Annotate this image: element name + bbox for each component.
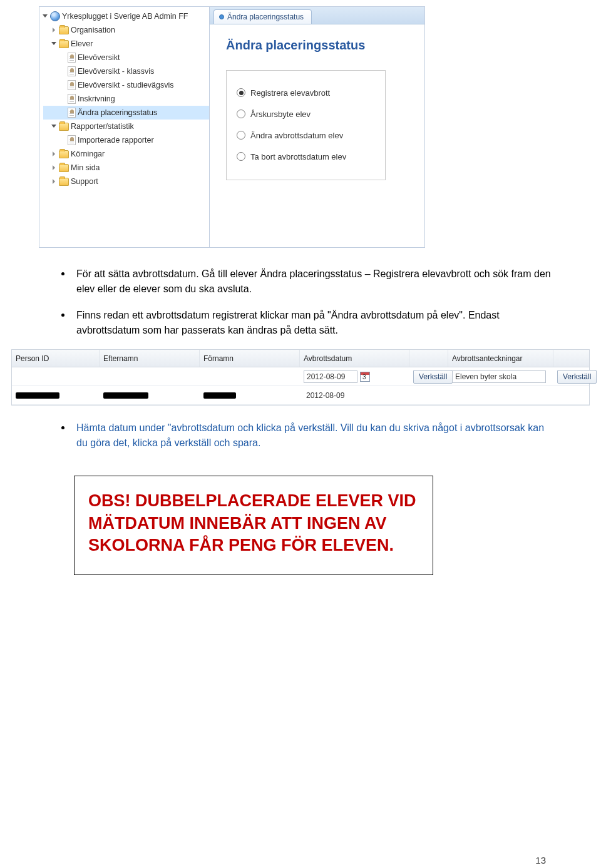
app-screenshot-tree-panel: Yrkesplugget i Sverige AB Admin FF Organ… — [39, 6, 425, 248]
tree-item-elevoversikt[interactable]: Elevöversikt — [43, 51, 209, 64]
tree-item-korningar[interactable]: Körningar — [43, 147, 209, 161]
caret-right-icon — [52, 28, 57, 33]
tab-dot-icon — [219, 14, 224, 19]
folder-icon — [59, 178, 69, 186]
verkstall-button[interactable]: Verkställ — [557, 370, 597, 384]
tab-andra-placeringsstatus[interactable]: Ändra placeringsstatus — [213, 9, 312, 24]
content-pane: Ändra placeringsstatus Ändra placeringss… — [210, 7, 424, 247]
cell-anteckningar: Eleven byter skola — [448, 367, 553, 385]
verkstall-button[interactable]: Verkställ — [413, 370, 453, 384]
warning-text: OBS! DUBBELPLACERADE ELEVER VID MÄTDATUM… — [88, 490, 418, 557]
cell-avbrottsdatum: 2012-08-09 — [300, 367, 409, 385]
col-personid[interactable]: Person ID — [12, 350, 100, 367]
bullet-text: För att sätta avbrottsdatum. Gå till ele… — [76, 268, 551, 294]
bullet-text: Hämta datum under "avbrottsdatum och kli… — [76, 422, 544, 448]
cell-verkstall-1: Verkställ — [409, 367, 448, 385]
radio-group: Registrera elevavbrott Årskursbyte elev … — [226, 70, 386, 180]
tree-label: Ändra placeringsstatus — [78, 108, 207, 117]
tree-root-label: Yrkesplugget i Sverige AB Admin FF — [62, 12, 207, 21]
tree-item-elever[interactable]: Elever — [43, 37, 209, 51]
col-efternamn[interactable]: Efternamn — [100, 350, 200, 367]
spacer-icon — [61, 83, 66, 88]
table-header: Person ID Efternamn Förnamn Avbrottsdatu… — [12, 350, 589, 367]
cell-fornamn — [200, 367, 300, 385]
tab-bar: Ändra placeringsstatus — [210, 7, 424, 24]
folder-icon — [59, 123, 69, 131]
tree-label: Körningar — [71, 150, 207, 158]
spacer-icon — [61, 138, 66, 143]
spacer-icon — [61, 110, 66, 115]
document-icon — [68, 80, 76, 90]
redaction-icon — [203, 392, 236, 399]
caret-down-icon — [52, 124, 57, 129]
radio-label: Ändra avbrottsdatum elev — [250, 131, 343, 140]
tree-item-min-sida[interactable]: Min sida — [43, 161, 209, 175]
page-number: 13 — [535, 855, 546, 865]
caret-right-icon — [52, 179, 57, 184]
tree-item-elevoversikt-studieva[interactable]: Elevöversikt - studievägsvis — [43, 78, 209, 92]
tree-label: Elevöversikt - klassvis — [78, 67, 207, 76]
bullet-2: Finns redan ett avbrottsdatum registrera… — [60, 308, 551, 338]
radio-icon — [237, 88, 245, 97]
tree-label: Support — [71, 177, 207, 186]
notes-input[interactable]: Eleven byter skola — [452, 370, 546, 383]
cell-fornamn — [200, 386, 300, 404]
table-row: 2012-08-09 — [12, 386, 589, 405]
spacer-icon — [61, 96, 66, 101]
radio-icon — [237, 110, 245, 118]
radio-label: Årskursbyte elev — [250, 110, 311, 119]
panel-title: Ändra placeringsstatus — [226, 38, 408, 53]
cell-empty — [448, 386, 553, 404]
col-avbrottsdatum[interactable]: Avbrottsdatum — [300, 350, 409, 367]
calendar-icon[interactable] — [360, 372, 370, 382]
date-readonly: 2012-08-09 — [304, 389, 357, 402]
cell-efternamn — [100, 386, 200, 404]
folder-icon — [59, 40, 69, 48]
tree-root[interactable]: Yrkesplugget i Sverige AB Admin FF — [43, 9, 209, 23]
tree-label: Rapporter/statistik — [71, 122, 207, 131]
redaction-icon — [103, 392, 148, 399]
tree-item-andra-placeringsstatus[interactable]: Ändra placeringsstatus — [43, 106, 209, 120]
cell-empty — [409, 386, 448, 404]
col-verkstall-1 — [409, 350, 448, 367]
document-body-2: Hämta datum under "avbrottsdatum och kli… — [60, 421, 551, 451]
tree-item-rapporter[interactable]: Rapporter/statistik — [43, 120, 209, 133]
tree-item-support[interactable]: Support — [43, 175, 209, 188]
caret-right-icon — [52, 165, 57, 170]
folder-icon — [59, 26, 69, 34]
bullet-1: För att sätta avbrottsdatum. Gå till ele… — [60, 267, 551, 297]
cell-avbrottsdatum: 2012-08-09 — [300, 386, 409, 404]
radio-andra-avbrottsdatum-elev[interactable]: Ändra avbrottsdatum elev — [237, 125, 374, 146]
document-icon — [68, 94, 76, 104]
document-icon — [68, 108, 76, 118]
tree-item-organisation[interactable]: Organisation — [43, 23, 209, 37]
tree-label: Elevöversikt - studievägsvis — [78, 81, 207, 89]
caret-right-icon — [52, 151, 57, 156]
tree-item-importerade-rapporter[interactable]: Importerade rapporter — [43, 133, 209, 147]
folder-icon — [59, 164, 69, 172]
radio-arskursbyte-elev[interactable]: Årskursbyte elev — [237, 103, 374, 125]
spacer-icon — [61, 69, 66, 74]
cell-personid — [12, 367, 100, 385]
document-icon — [68, 66, 76, 76]
tree-label: Inskrivning — [78, 94, 207, 103]
col-anteckningar[interactable]: Avbrottsanteckningar — [448, 350, 553, 367]
tree-label: Importerade rapporter — [78, 136, 207, 145]
cell-efternamn — [100, 367, 200, 385]
radio-label: Registrera elevavbrott — [250, 88, 330, 98]
tree-item-inskrivning[interactable]: Inskrivning — [43, 92, 209, 106]
tree-navigator: Yrkesplugget i Sverige AB Admin FF Organ… — [39, 7, 210, 247]
date-input[interactable]: 2012-08-09 — [304, 370, 357, 383]
document-body: För att sätta avbrottsdatum. Gå till ele… — [60, 267, 551, 338]
cell-personid — [12, 386, 100, 404]
document-icon — [68, 53, 76, 63]
tree-item-elevoversikt-klassvis[interactable]: Elevöversikt - klassvis — [43, 64, 209, 78]
cell-empty — [553, 386, 590, 404]
bullet-text: Finns redan ett avbrottsdatum registrera… — [76, 310, 500, 335]
col-fornamn[interactable]: Förnamn — [200, 350, 300, 367]
panel-body: Ändra placeringsstatus Registrera elevav… — [210, 24, 424, 194]
radio-ta-bort-avbrottsdatum-elev[interactable]: Ta bort avbrottsdatum elev — [237, 146, 374, 167]
radio-icon — [237, 131, 245, 140]
radio-registrera-elevavbrott[interactable]: Registrera elevavbrott — [237, 82, 374, 103]
folder-icon — [59, 150, 69, 158]
